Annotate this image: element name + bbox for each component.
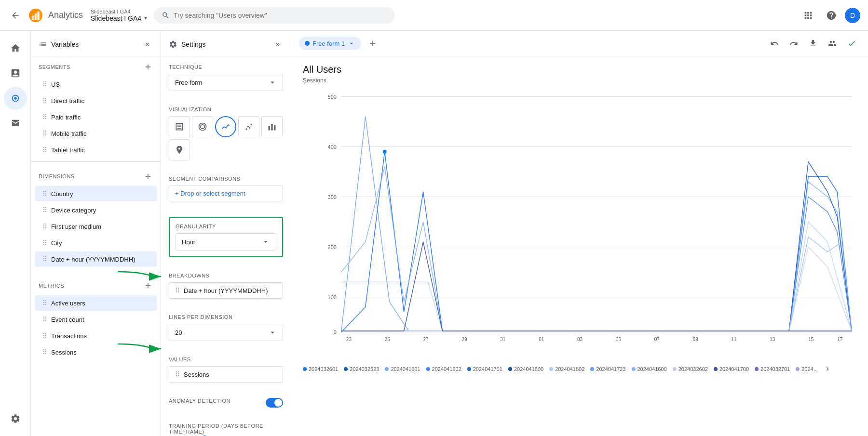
drag-handle: ⠿ [42,190,47,198]
drag-handle: ⠿ [42,239,47,247]
sidebar-item-explore[interactable] [4,87,27,110]
add-dimension-button[interactable] [143,172,153,181]
undo-button[interactable] [766,35,783,52]
legend-item[interactable]: 2024041601 [385,365,420,373]
viz-donut-button[interactable] [192,116,213,137]
legend-item[interactable]: 2024032701 [755,365,790,373]
segments-list: ⠿ US ⠿ Direct traffic ⠿ Paid traffic ⠿ M… [31,77,161,158]
sidebar-item-home[interactable] [4,37,27,60]
svg-text:17: 17 [837,337,842,342]
help-icon[interactable] [822,6,841,25]
add-tab-button[interactable] [365,36,380,51]
viz-bar-button[interactable] [261,116,283,137]
user-avatar[interactable]: D [845,8,860,23]
legend-dot [508,367,512,371]
breakdown-item[interactable]: ⠿ Date + hour (YYYYMMDDHH) [169,282,283,299]
legend-label: 2024041701 [473,366,502,372]
technique-select[interactable]: Free form [169,74,283,91]
legend-item[interactable]: 2024041700 [714,365,749,373]
technique-section: TECHNIQUE Free form [161,56,291,99]
anomaly-toggle[interactable] [266,398,283,408]
legend-next-button[interactable] [824,365,831,373]
redo-button[interactable] [785,35,802,52]
legend-item[interactable]: 2024041800 [508,365,543,373]
granularity-dropdown-icon [261,238,270,246]
sidebar-item-reports[interactable] [4,62,27,85]
metric-transactions[interactable]: ⠿ Transactions [35,328,157,344]
legend-dot [426,367,430,371]
svg-text:29: 29 [461,337,467,342]
sidebar-item-advertising[interactable] [4,112,27,135]
dimension-first-user-medium[interactable]: ⠿ First user medium [35,219,157,234]
variables-close-button[interactable]: ✕ [141,39,153,50]
svg-point-9 [245,128,247,130]
chart-area: All Users Sessions 500 400 300 200 100 0… [291,56,868,435]
legend-item[interactable]: 2024041701 [467,365,502,373]
viz-scatter-button[interactable] [238,116,259,137]
value-item[interactable]: ⠿ Sessions [169,366,283,383]
check-button[interactable] [843,35,860,52]
chart-svg: 500 400 300 200 100 0 23 Mar 25 27 29 31… [303,92,856,342]
settings-close-button[interactable]: ✕ [271,39,283,50]
visualization-section: VISUALIZATION [161,99,291,168]
legend-label: 2024032523 [350,366,379,372]
share-button[interactable] [824,35,841,52]
segment-direct-traffic[interactable]: ⠿ Direct traffic [35,93,157,108]
metric-active-users[interactable]: ⠿ Active users [35,295,157,311]
metric-sessions[interactable]: ⠿ Sessions [35,344,157,360]
add-metric-button[interactable] [143,281,153,291]
legend-item[interactable]: 2024032601 [303,365,338,373]
viz-line-button[interactable] [215,116,236,137]
apps-icon[interactable] [799,6,818,25]
explorer-tab[interactable]: Free form 1 [299,37,361,50]
segment-mobile-traffic[interactable]: ⠿ Mobile traffic [35,126,157,141]
drag-handle: ⠿ [42,97,47,105]
legend-item[interactable]: 2024032602 [673,365,708,373]
granularity-select[interactable]: Hour [176,233,276,251]
dimension-country[interactable]: ⠿ Country [35,186,157,201]
legend-item[interactable]: 2024041600 [632,365,667,373]
add-segment-button[interactable] [143,62,153,72]
back-button[interactable] [8,8,23,23]
legend-item[interactable]: 2024... [796,365,818,373]
segment-us[interactable]: ⠿ US [35,77,157,92]
granularity-label: GRANULARITY [176,224,276,229]
account-property[interactable]: Slidebeast I GA4 ▼ [91,14,148,22]
viz-map-button[interactable] [169,139,190,160]
viz-table-button[interactable] [169,116,190,137]
chart-container: 500 400 300 200 100 0 23 Mar 25 27 29 31… [303,92,856,361]
svg-rect-15 [274,125,275,131]
legend-dot [755,367,759,371]
legend-item[interactable]: 2024041602 [426,365,461,373]
sidebar-item-settings[interactable] [4,407,27,430]
legend-item[interactable]: 2024032523 [344,365,379,373]
chart-subtitle: Sessions [303,77,856,84]
divider [31,271,161,271]
svg-text:200: 200 [328,244,337,250]
legend-label: 2024032701 [760,366,790,372]
visualization-grid [169,116,283,160]
settings-panel-title: Settings [169,40,206,49]
segment-comparisons-section: SEGMENT COMPARISONS + Drop or select seg… [161,168,291,209]
search-bar[interactable] [154,7,395,24]
lines-dropdown-icon [268,328,277,337]
dimension-device-category[interactable]: ⠿ Device category [35,202,157,218]
svg-text:0: 0 [334,329,337,335]
svg-text:03: 03 [577,337,583,342]
lines-per-dimension-select[interactable]: 20 [169,324,283,341]
dimension-city[interactable]: ⠿ City [35,235,157,251]
legend-item[interactable]: 2024041802 [549,365,584,373]
tab-label: Free form 1 [312,40,345,47]
legend-dot [344,367,348,371]
legend-dot [303,367,307,371]
download-button[interactable] [804,35,822,52]
dimension-date-hour[interactable]: ⠿ Date + hour (YYYYMMDDHH) [35,251,157,267]
segment-tablet-traffic[interactable]: ⠿ Tablet traffic [35,142,157,158]
search-input[interactable] [174,12,387,19]
segment-paid-traffic[interactable]: ⠿ Paid traffic [35,109,157,125]
drop-segment-button[interactable]: + Drop or select segment [169,185,283,201]
svg-text:09: 09 [693,337,698,342]
legend-dot [673,367,677,371]
metric-event-count[interactable]: ⠿ Event count [35,312,157,327]
legend-item[interactable]: 2024041723 [590,365,625,373]
